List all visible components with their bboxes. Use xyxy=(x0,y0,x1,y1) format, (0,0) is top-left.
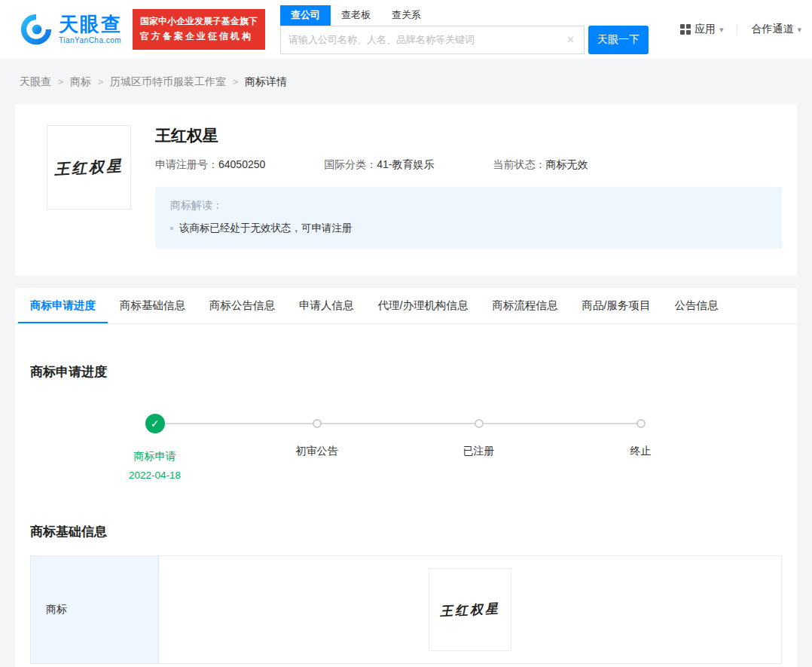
bullet-icon xyxy=(170,227,173,230)
trademark-main: 王红权星 申请注册号：64050250 国际分类：41-教育娱乐 当前状态：商标… xyxy=(155,125,782,249)
page-title: 王红权星 xyxy=(155,125,782,146)
trademark-summary-card: 王红权星 王红权星 申请注册号：64050250 国际分类：41-教育娱乐 当前… xyxy=(15,104,797,276)
badge-line1: 国家中小企业发展子基金旗下 xyxy=(140,14,258,29)
row-value-trademark: 王红权星 xyxy=(159,556,782,664)
basic-info-section: 商标基础信息 商标 王红权星 xyxy=(15,523,797,664)
top-header: 天眼查 TianYanCha.com 国家中小企业发展子基金旗下 官方备案企业征… xyxy=(0,0,812,59)
apps-menu[interactable]: 应用 ▾ xyxy=(680,23,724,36)
insight-line: 该商标已经处于无效状态，可申请注册 xyxy=(170,222,767,235)
tianyancha-logo[interactable]: 天眼查 TianYanCha.com xyxy=(20,13,122,46)
table-row: 商标 王红权星 xyxy=(31,556,782,664)
divider xyxy=(737,24,737,35)
search-box: × xyxy=(280,26,585,54)
timeline-steps: ✓ 商标申请 2022-04-18 初审公告 已注册 终止 xyxy=(74,414,722,481)
pending-circle-icon xyxy=(636,419,646,428)
search-tabs: 查公司 查老板 查关系 xyxy=(280,5,649,26)
step-date: 2022-04-18 xyxy=(129,470,181,481)
progress-timeline: ✓ 商标申请 2022-04-18 初审公告 已注册 终止 xyxy=(74,414,722,481)
header-right-nav: 应用 ▾ 合作通道 ▾ xyxy=(680,23,801,36)
tab-application-progress[interactable]: 商标申请进度 xyxy=(18,288,108,323)
official-credit-badge: 国家中小企业发展子基金旗下 官方备案企业征信机构 xyxy=(133,9,265,50)
tianyancha-logo-icon xyxy=(20,13,53,46)
search-tab-company[interactable]: 查公司 xyxy=(280,5,331,26)
tab-applicant-info[interactable]: 申请人信息 xyxy=(287,288,366,323)
search-input[interactable] xyxy=(288,34,565,45)
pending-circle-icon xyxy=(475,419,484,428)
search-area: 查公司 查老板 查关系 × 天眼一下 xyxy=(280,5,649,54)
trademark-image-text: 王红权星 xyxy=(439,599,500,620)
basic-info-table: 商标 王红权星 xyxy=(30,555,782,664)
detail-tabbar: 商标申请进度 商标基础信息 商标公告信息 申请人信息 代理/办理机构信息 商标流… xyxy=(15,288,797,324)
breadcrumb-separator: > xyxy=(58,77,63,87)
badge-line2: 官方备案企业征信机构 xyxy=(140,29,258,44)
tab-process-info[interactable]: 商标流程信息 xyxy=(481,288,570,323)
apps-grid-icon xyxy=(680,24,691,35)
breadcrumb-home[interactable]: 天眼查 xyxy=(20,75,51,89)
timeline-step-preliminary: 初审公告 xyxy=(236,414,398,481)
trademark-image-text: 王红权星 xyxy=(53,155,124,179)
tab-goods-services[interactable]: 商品/服务项目 xyxy=(570,288,663,323)
breadcrumb-trademark[interactable]: 商标 xyxy=(70,75,91,89)
trademark-insight-box: 商标解读： 该商标已经处于无效状态，可申请注册 xyxy=(155,187,782,249)
tab-gazette-info[interactable]: 商标公告信息 xyxy=(197,288,287,323)
trademark-meta: 申请注册号：64050250 国际分类：41-教育娱乐 当前状态：商标无效 xyxy=(155,158,782,172)
cooperation-label: 合作通道 xyxy=(751,23,793,36)
clear-search-icon[interactable]: × xyxy=(565,33,576,47)
logo-cn: 天眼查 xyxy=(59,14,122,34)
breadcrumb-current: 商标详情 xyxy=(245,75,287,89)
current-status: 当前状态：商标无效 xyxy=(493,158,588,172)
application-progress-section: 商标申请进度 ✓ 商标申请 2022-04-18 初审公告 已注册 xyxy=(15,363,797,481)
pending-circle-icon xyxy=(313,419,322,428)
timeline-step-registered: 已注册 xyxy=(398,414,560,481)
registration-number: 申请注册号：64050250 xyxy=(155,158,265,172)
timeline-step-terminated: 终止 xyxy=(560,414,722,481)
chevron-down-icon: ▾ xyxy=(797,25,801,35)
breadcrumb-separator: > xyxy=(98,77,103,87)
search-button[interactable]: 天眼一下 xyxy=(588,26,649,54)
tab-agency-info[interactable]: 代理/办理机构信息 xyxy=(366,288,481,323)
section-title-progress: 商标申请进度 xyxy=(30,363,782,381)
breadcrumb-company[interactable]: 历城区币特币服装工作室 xyxy=(110,75,226,89)
search-tab-relation[interactable]: 查关系 xyxy=(381,5,432,26)
trademark-image[interactable]: 王红权星 xyxy=(47,125,131,210)
breadcrumb-separator: > xyxy=(233,77,238,87)
breadcrumb: 天眼查 > 商标 > 历城区币特币服装工作室 > 商标详情 xyxy=(0,59,812,104)
logo-text: 天眼查 TianYanCha.com xyxy=(59,14,122,44)
cooperation-menu[interactable]: 合作通道 ▾ xyxy=(751,23,801,36)
trademark-image-small[interactable]: 王红权星 xyxy=(429,568,511,651)
status-badge: 商标无效 xyxy=(546,158,588,170)
trademark-detail-card: 商标申请进度 商标基础信息 商标公告信息 申请人信息 代理/办理机构信息 商标流… xyxy=(15,288,797,667)
chevron-down-icon: ▾ xyxy=(719,25,724,35)
insight-title: 商标解读： xyxy=(170,199,767,213)
insight-text: 该商标已经处于无效状态，可申请注册 xyxy=(179,222,353,235)
search-tab-boss[interactable]: 查老板 xyxy=(331,5,381,26)
international-class: 国际分类：41-教育娱乐 xyxy=(324,158,434,172)
search-row: × 天眼一下 xyxy=(280,26,649,54)
timeline-step-applied: ✓ 商标申请 2022-04-18 xyxy=(74,414,236,481)
apps-label: 应用 xyxy=(694,23,716,36)
tab-basic-info[interactable]: 商标基础信息 xyxy=(108,288,197,323)
tab-announcement-info[interactable]: 公告信息 xyxy=(663,288,731,323)
row-label-trademark: 商标 xyxy=(31,556,159,664)
section-title-basic-info: 商标基础信息 xyxy=(30,523,782,540)
logo-en: TianYanCha.com xyxy=(59,37,122,44)
check-circle-icon: ✓ xyxy=(145,414,165,433)
